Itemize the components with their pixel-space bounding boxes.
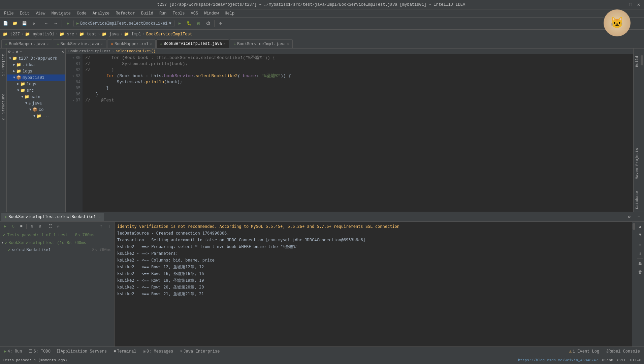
menu-file[interactable]: File <box>1 10 17 17</box>
menu-build[interactable]: Build <box>138 10 156 17</box>
run-icon-print[interactable]: 🖶 <box>637 260 644 268</box>
tree-close-icon[interactable]: ✕ <box>62 49 64 54</box>
menu-analyze[interactable]: Analyze <box>90 10 112 17</box>
tab-bookserviceimpltest[interactable]: ☕ BookServiceImplTest.java ✕ <box>156 39 229 48</box>
run-tree-method[interactable]: ✔ selectBooksLike1 8s 760ms <box>0 246 114 253</box>
tree-item-ellipsis[interactable]: ▼ 📁 ... <box>7 113 65 119</box>
breadcrumb-java[interactable]: 📁 java <box>102 32 119 37</box>
breadcrumb-class[interactable]: BookServiceImplTest <box>146 32 192 37</box>
project-tab[interactable]: 1: Project <box>1 52 6 78</box>
jrebel-btn[interactable]: JRebel Console <box>603 348 643 355</box>
tab-bookmapper-xml-label: BookMapper.xml <box>115 42 149 47</box>
tree-item-logs[interactable]: ► 📁 logs <box>7 68 65 74</box>
tree-item-co[interactable]: ▼ 📦 co <box>7 107 65 113</box>
run-tree-class[interactable]: ▼ ✔ BookServiceImplTest (1s 8s 760ms <box>0 239 114 246</box>
tree-settings-icon[interactable]: ⚙ <box>8 49 10 54</box>
back-button[interactable]: ← <box>42 20 50 28</box>
menu-code[interactable]: Code <box>74 10 89 17</box>
code-editor[interactable]: BookServiceImplTest › selectBooksLike1()… <box>66 49 633 212</box>
run-rerun-button[interactable]: ↻ <box>9 223 17 230</box>
save-button[interactable]: 💾 <box>20 20 28 28</box>
menu-view[interactable]: View <box>33 10 48 17</box>
tab-bookmapper-close[interactable]: ✕ <box>46 42 49 46</box>
tree-item-java[interactable]: ▼ ☕ java <box>7 100 65 107</box>
tab-bookmapper[interactable]: ☕ BookMapper.java ✕ <box>1 39 52 48</box>
structure-tab[interactable]: 2: Structure <box>1 92 6 122</box>
profile-button[interactable]: ⏻ <box>204 20 212 28</box>
run-next-btn[interactable]: ↓ <box>105 223 113 230</box>
tree-scroll-icon[interactable]: ↕ <box>12 50 14 54</box>
run-icon-trash[interactable]: 🗑 <box>637 268 644 276</box>
code-method-breadcrumb: selectBooksLike1() <box>116 49 156 53</box>
new-file-button[interactable]: 📄 <box>1 20 9 28</box>
database-tab[interactable]: Database <box>634 188 640 212</box>
forward-button[interactable]: → <box>52 20 60 28</box>
open-button[interactable]: 📁 <box>11 20 19 28</box>
run-icon-3[interactable]: ≡ <box>637 242 644 249</box>
maven-tab[interactable]: Maven Projects <box>634 145 640 182</box>
run-sort-btn2[interactable]: ⇵ <box>36 223 43 230</box>
run-minimize-button[interactable]: − <box>635 213 643 221</box>
event-log-btn[interactable]: ⚠ 1 Event Log <box>567 348 602 355</box>
debug-button[interactable]: 🐛 <box>185 20 193 28</box>
menu-tools[interactable]: Tools <box>170 10 188 17</box>
code-content-82: // } <box>83 67 633 73</box>
tree-item-idea[interactable]: ► 📁 .idea <box>7 62 65 68</box>
settings-button[interactable]: ⚙ <box>217 20 225 28</box>
run-prev-btn[interactable]: ↑ <box>97 223 105 230</box>
tree-item-src[interactable]: ▼ 📁 src <box>7 87 65 94</box>
java-enterprise-btn[interactable]: ☀ Java Enterprise <box>177 348 222 355</box>
menu-refactor[interactable]: Refactor <box>113 10 138 17</box>
menu-edit[interactable]: Edit <box>17 10 32 17</box>
todo-tool-btn[interactable]: ☰ 6: TODO <box>26 348 53 355</box>
minimize-button[interactable]: – <box>620 2 625 7</box>
tree-item-mybatis01[interactable]: ▼ 📦 mybatis01 <box>7 74 65 81</box>
tab-bookserviceimpltest-close[interactable]: ✕ <box>223 42 225 46</box>
menu-run[interactable]: Run <box>157 10 169 17</box>
tab-bookserviceimpl[interactable]: ☕ BookServiceImpl.java ✕ <box>230 39 293 48</box>
menu-navigate[interactable]: Navigate <box>49 10 73 17</box>
menu-help[interactable]: Help <box>222 10 237 17</box>
app-servers-btn[interactable]: ⎕ Application Servers <box>55 348 109 355</box>
run-settings-button[interactable]: ⚙ <box>625 213 633 221</box>
output-line-6: ksLike2 - <== Columns: bid, bname, price <box>117 257 633 264</box>
tree-item-t237[interactable]: ▼ 📁 t237 D:/app/work <box>7 55 65 62</box>
tree-collapse-icon[interactable]: − <box>20 50 22 54</box>
run-tab-close[interactable]: ✕ <box>98 215 100 219</box>
tree-expand-icon[interactable]: ⇄ <box>15 49 18 54</box>
menu-vcs[interactable]: VCS <box>188 10 201 17</box>
breadcrumb-t237[interactable]: 📁 t237 <box>3 32 20 37</box>
run-button[interactable]: ▶ <box>176 20 184 28</box>
tree-item-mybatis01-logs[interactable]: ► 📁 logs <box>7 81 65 87</box>
tab-bookmapper-xml-close[interactable]: ✕ <box>150 42 152 46</box>
run-expand-btn[interactable]: ⇄ <box>55 223 62 230</box>
run-filter-btn[interactable]: ☷ <box>46 223 54 230</box>
run-tab-active[interactable]: ▶ BookServiceImplTest.selectBooksLike1 ✕ <box>1 213 104 221</box>
run-stop-button[interactable]: ■ <box>18 223 25 230</box>
run-config-selector[interactable]: ▶ BookServiceImplTest.selectBooksLike1 ▼ <box>73 20 174 27</box>
terminal-btn[interactable]: ■ Terminal <box>111 348 139 355</box>
messages-btn[interactable]: ✉ 0: Messages <box>140 348 176 355</box>
run-tool-btn[interactable]: ▶ 4: Run <box>1 348 25 355</box>
nav-btn[interactable]: ▶ <box>64 20 72 28</box>
tab-bookservice-close[interactable]: ✕ <box>101 42 103 46</box>
breadcrumb-src[interactable]: 📁 src <box>59 32 74 37</box>
run-play-button[interactable]: ▶ <box>1 223 9 230</box>
restore-button[interactable]: □ <box>628 2 633 7</box>
run-icon-1[interactable]: ▲ <box>637 223 644 231</box>
tab-bookserviceimpl-close[interactable]: ✕ <box>287 42 289 46</box>
breadcrumb-impl[interactable]: 📁 Impl <box>124 32 141 37</box>
build-tab[interactable]: Build <box>634 53 640 70</box>
breadcrumb-test[interactable]: 📁 test <box>79 32 96 37</box>
menu-window[interactable]: Window <box>201 10 221 17</box>
close-button[interactable]: ✕ <box>636 2 641 7</box>
refresh-button[interactable]: ↻ <box>30 20 38 28</box>
coverage-button[interactable]: ◩ <box>195 20 203 28</box>
tab-bookservice[interactable]: ☕ BookService.java ✕ <box>53 39 106 48</box>
tree-item-main[interactable]: ▼ 📁 main <box>7 94 65 100</box>
run-sort-btn1[interactable]: ⇅ <box>28 223 35 230</box>
tab-bookmapper-xml[interactable]: ⚙ BookMapper.xml ✕ <box>107 39 156 48</box>
run-icon-download[interactable]: ⇩ <box>637 250 644 257</box>
run-icon-2[interactable]: ▼ <box>637 231 644 239</box>
breadcrumb-mybatis01[interactable]: 📁 mybatis01 <box>25 32 54 37</box>
